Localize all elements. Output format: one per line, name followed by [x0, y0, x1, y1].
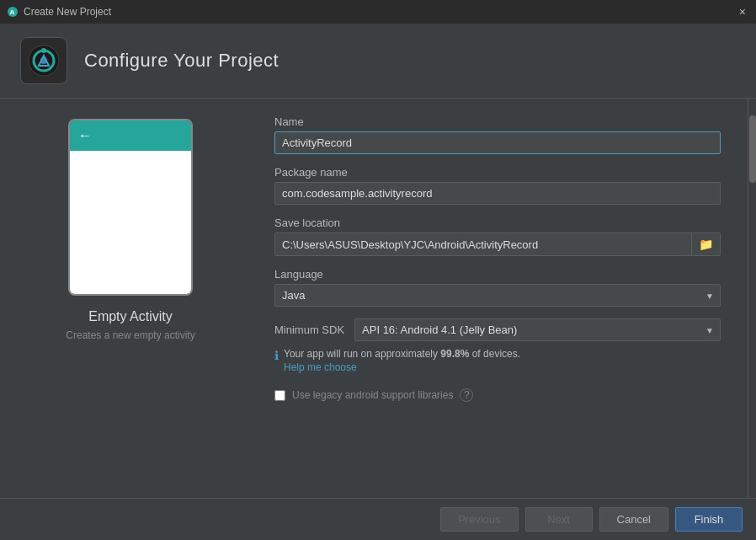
- name-label: Name: [274, 115, 721, 128]
- scrollbar-thumb[interactable]: [749, 115, 756, 183]
- footer: Previous Next Cancel Finish: [0, 498, 756, 540]
- min-sdk-select-wrapper: API 16: Android 4.1 (Jelly Bean) API 17:…: [354, 318, 721, 341]
- next-button[interactable]: Next: [525, 507, 593, 532]
- svg-point-5: [40, 57, 47, 64]
- language-label: Language: [274, 268, 721, 281]
- finish-button[interactable]: Finish: [675, 507, 743, 532]
- sdk-info-suffix: of devices.: [469, 348, 520, 360]
- android-studio-logo: [20, 37, 67, 84]
- page-title: Configure Your Project: [84, 50, 279, 72]
- legacy-label: Use legacy android support libraries: [292, 389, 453, 401]
- phone-preview: ←: [68, 119, 193, 296]
- sdk-row: Minimum SDK API 16: Android 4.1 (Jelly B…: [274, 318, 721, 341]
- cancel-button[interactable]: Cancel: [599, 507, 668, 532]
- app-icon: A: [7, 6, 19, 18]
- previous-button[interactable]: Previous: [440, 507, 519, 532]
- folder-icon: 📁: [699, 238, 713, 251]
- legacy-help-icon[interactable]: ?: [460, 388, 473, 402]
- save-location-label: Save location: [274, 217, 721, 229]
- min-sdk-label: Minimum SDK: [274, 323, 344, 336]
- sdk-info-percent: 99.8%: [440, 348, 469, 360]
- svg-text:A: A: [10, 8, 15, 16]
- phone-screen: [70, 151, 191, 294]
- min-sdk-select[interactable]: API 16: Android 4.1 (Jelly Bean) API 17:…: [354, 318, 721, 341]
- language-select-wrapper: Java Kotlin ▼: [274, 284, 721, 307]
- save-location-input[interactable]: [274, 233, 692, 256]
- package-name-field-group: Package name: [274, 166, 721, 205]
- language-field-group: Language Java Kotlin ▼: [274, 268, 721, 307]
- activity-desc-label: Creates a new empty activity: [66, 329, 194, 341]
- sdk-info-row: ℹ Your app will run on approximately 99.…: [274, 348, 721, 373]
- phone-top-bar: ←: [70, 120, 191, 151]
- name-input[interactable]: [274, 131, 721, 154]
- package-name-input[interactable]: [274, 182, 721, 205]
- back-arrow-icon: ←: [78, 128, 92, 143]
- main-content: ← Empty Activity Creates a new empty act…: [0, 99, 756, 498]
- legacy-checkbox[interactable]: [274, 390, 285, 401]
- save-location-row: 📁: [274, 233, 721, 256]
- browse-button[interactable]: 📁: [692, 233, 721, 256]
- help-me-choose-link[interactable]: Help me choose: [284, 361, 520, 373]
- left-panel: ← Empty Activity Creates a new empty act…: [0, 99, 261, 498]
- svg-point-4: [41, 48, 46, 53]
- save-location-field-group: Save location 📁: [274, 217, 721, 256]
- title-bar-text: Create New Project: [24, 6, 111, 18]
- close-button[interactable]: ×: [736, 3, 749, 20]
- package-name-label: Package name: [274, 166, 721, 179]
- right-panel: Name Package name Save location 📁 Langua…: [261, 99, 748, 498]
- info-icon: ℹ: [274, 349, 279, 362]
- header: Configure Your Project: [0, 24, 756, 99]
- scrollbar-track[interactable]: [748, 99, 756, 498]
- logo-svg: [27, 44, 61, 78]
- sdk-info-prefix: Your app will run on approximately: [284, 348, 440, 360]
- title-bar-left: A Create New Project: [7, 6, 111, 18]
- min-sdk-field-group: Minimum SDK API 16: Android 4.1 (Jelly B…: [274, 318, 721, 373]
- sdk-info-text: Your app will run on approximately 99.8%…: [284, 348, 520, 373]
- language-select[interactable]: Java Kotlin: [274, 284, 721, 307]
- title-bar: A Create New Project ×: [0, 0, 756, 24]
- name-field-group: Name: [274, 115, 721, 154]
- activity-name-label: Empty Activity: [88, 309, 173, 324]
- legacy-row: Use legacy android support libraries ?: [274, 388, 721, 402]
